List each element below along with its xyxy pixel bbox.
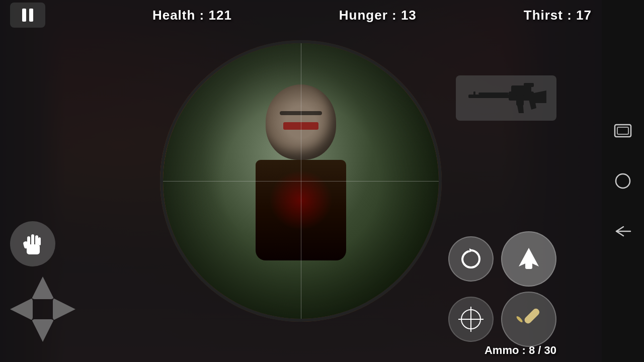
svg-point-17 xyxy=(516,315,524,323)
crosshair-vertical xyxy=(301,43,301,319)
svg-point-20 xyxy=(616,174,630,188)
action-row-bottom xyxy=(448,292,556,347)
home-icon xyxy=(614,172,631,190)
controls-left xyxy=(10,221,75,342)
svg-rect-19 xyxy=(617,127,628,134)
svg-rect-1 xyxy=(473,92,475,98)
recent-apps-icon xyxy=(614,124,632,138)
rifle-icon xyxy=(463,80,549,116)
pause-bar-left xyxy=(22,9,26,22)
dpad-left-button[interactable] xyxy=(10,298,33,321)
hand-button[interactable] xyxy=(10,221,55,266)
svg-rect-15 xyxy=(525,261,532,269)
hand-icon xyxy=(19,230,47,258)
aim-ring xyxy=(461,309,481,329)
reload-button[interactable] xyxy=(448,236,494,282)
android-navbar xyxy=(602,0,644,362)
svg-rect-16 xyxy=(523,307,541,325)
reload-icon xyxy=(458,246,484,272)
action-row-top xyxy=(448,231,556,287)
shoot-icon xyxy=(514,244,544,274)
ammo-display: Ammo : 8 / 30 xyxy=(485,344,556,357)
scope-circle xyxy=(160,40,442,322)
health-stat: Health : 121 xyxy=(152,8,232,23)
back-icon xyxy=(613,225,632,238)
shoot-button[interactable] xyxy=(501,231,556,287)
thirst-stat: Thirst : 17 xyxy=(524,8,592,23)
svg-rect-6 xyxy=(516,95,524,106)
weapon-display xyxy=(456,75,556,121)
hud-top: Health : 121 Hunger : 13 Thirst : 17 xyxy=(0,0,602,30)
svg-rect-10 xyxy=(35,235,38,245)
directional-pad xyxy=(10,277,75,342)
svg-rect-2 xyxy=(478,93,509,95)
pause-button[interactable] xyxy=(10,3,45,28)
recent-apps-button[interactable] xyxy=(610,121,635,141)
dpad-up-button[interactable] xyxy=(32,277,54,299)
controls-right xyxy=(448,231,556,347)
game-viewport: Health : 121 Hunger : 13 Thirst : 17 xyxy=(0,0,602,362)
hunger-stat: Hunger : 13 xyxy=(339,8,417,23)
bullet-button[interactable] xyxy=(501,292,556,347)
back-button[interactable] xyxy=(610,221,635,241)
dpad-right-button[interactable] xyxy=(53,298,75,321)
svg-rect-9 xyxy=(31,234,34,245)
svg-rect-5 xyxy=(524,83,534,87)
aim-crosshair-icon xyxy=(458,307,484,332)
dpad-down-button[interactable] xyxy=(32,319,54,342)
home-button[interactable] xyxy=(610,171,635,191)
svg-marker-13 xyxy=(469,248,473,252)
bullet-icon xyxy=(511,302,546,337)
pause-icon xyxy=(22,9,33,22)
svg-rect-11 xyxy=(38,237,41,245)
aim-button[interactable] xyxy=(448,297,494,342)
pause-bar-right xyxy=(29,9,33,22)
